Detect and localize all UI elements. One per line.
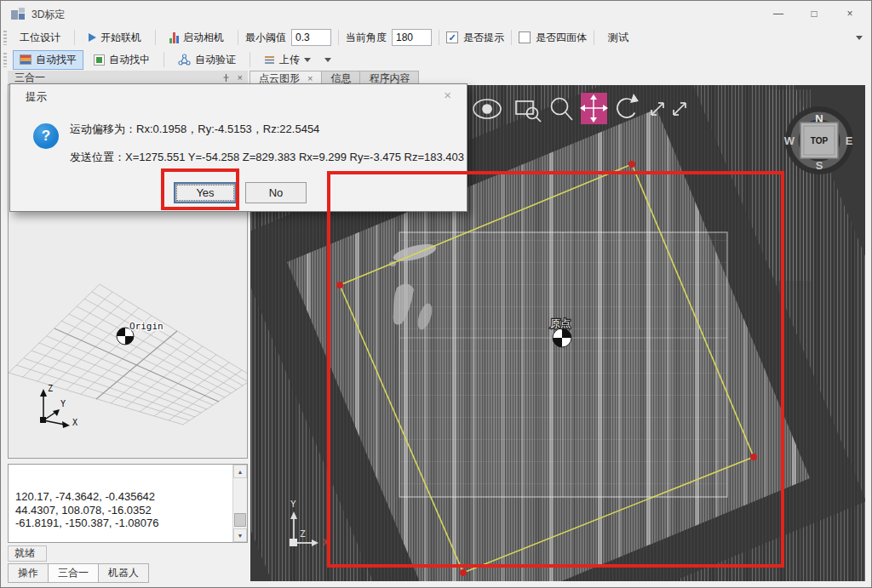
tetrahedron-checkbox[interactable]	[519, 31, 531, 43]
toolbar-overflow-icon[interactable]	[856, 36, 863, 40]
minimize-button[interactable]: —	[760, 1, 796, 26]
window-controls: — □ ×	[760, 1, 868, 26]
tab-robot[interactable]: 机器人	[99, 563, 149, 583]
pan-icon[interactable]	[580, 93, 608, 124]
separator	[594, 30, 594, 45]
window-title: 3D标定	[32, 8, 65, 22]
auto-level-label: 自动找平	[36, 53, 77, 67]
x-arrowhead	[62, 421, 70, 428]
vertex-point[interactable]	[460, 569, 467, 576]
grid-axis-line	[54, 328, 219, 402]
toolbar-grip[interactable]	[3, 31, 7, 45]
separator	[155, 30, 156, 45]
vp-y-axis-label: Y	[290, 499, 296, 510]
panel-close-icon[interactable]: ×	[238, 73, 243, 83]
compass-south-label[interactable]: S	[816, 159, 823, 172]
left-panel-title: 三合一	[14, 71, 45, 85]
no-button[interactable]: No	[245, 182, 307, 203]
start-camera-button[interactable]: 启动相机	[163, 28, 231, 48]
separator	[238, 30, 238, 45]
app-window: 3D标定 — □ × 工位设计 开始联机 启动相机 最小阈值 当前角度 ✓	[0, 0, 872, 588]
x-axis-label: X	[72, 418, 77, 427]
separator	[250, 52, 250, 67]
scroll-up-icon[interactable]: ▲	[233, 465, 247, 478]
toolbar-auto: 自动找平 自动找中 自动验证 上传	[1, 49, 871, 71]
dialog-close-icon[interactable]: ×	[444, 88, 451, 101]
auto-center-label: 自动找中	[109, 53, 150, 67]
dialog-offset-line: 运动偏移为：Rx:0.1958，Ry:-4.5153，Rz:22.5454	[70, 122, 319, 137]
current-angle-label: 当前角度	[346, 31, 387, 45]
prompt-checkbox-label: 是否提示	[463, 31, 504, 45]
test-label: 测试	[608, 31, 628, 45]
dialog-title: 提示	[26, 90, 47, 105]
axis-origin-cube	[40, 417, 46, 423]
output-log-box[interactable]: 120.17, -74.3642, -0.435642 44.4307, 108…	[8, 464, 248, 543]
check-icon: ✓	[448, 33, 456, 43]
station-design-button[interactable]: 工位设计	[13, 28, 67, 48]
scrollbar-thumb[interactable]	[234, 513, 246, 527]
dialog-position-line: 发送位置：X=1275.551 Y=-54.258 Z=829.383 Rx=9…	[70, 150, 464, 165]
vp-z-axis-label: Z	[300, 528, 306, 539]
separator	[164, 52, 164, 67]
auto-level-button[interactable]: 自动找平	[13, 50, 83, 70]
toolbar-dropdown-icon[interactable]	[324, 58, 331, 62]
start-online-label: 开始联机	[100, 31, 141, 45]
maximize-button[interactable]: □	[796, 1, 832, 26]
bar-chart-icon	[169, 32, 179, 43]
auto-verify-button[interactable]: 自动验证	[171, 50, 243, 70]
output-lines: 120.17, -74.3642, -0.435642 44.4307, 108…	[15, 490, 158, 530]
y-axis-label: Y	[60, 399, 66, 408]
dropdown-arrow-icon	[304, 58, 311, 62]
auto-center-button[interactable]: 自动找中	[87, 50, 157, 70]
compass-west-label[interactable]: W	[784, 134, 795, 147]
left-panel-header: 三合一 ×	[8, 71, 248, 84]
separator	[338, 30, 339, 45]
triangle-network-icon	[178, 54, 191, 66]
level-layers-icon	[20, 54, 32, 65]
scrollbar[interactable]: ▲ ▼	[232, 465, 247, 542]
question-glyph: ?	[42, 128, 50, 145]
tetrahedron-checkbox-group: 是否四面体	[519, 31, 587, 45]
tab-close-icon[interactable]: ×	[307, 74, 313, 83]
prompt-checkbox-group: ✓ 是否提示	[446, 31, 504, 45]
toolbar-grip[interactable]	[3, 53, 7, 67]
station-design-label: 工位设计	[20, 31, 60, 45]
compass-east-label[interactable]: E	[846, 134, 853, 147]
status-label: 就绪	[8, 545, 47, 562]
question-icon: ?	[33, 123, 59, 149]
play-icon	[89, 33, 96, 42]
ground-grid	[9, 284, 247, 425]
pin-icon[interactable]	[221, 73, 231, 83]
close-button[interactable]: ×	[832, 1, 868, 26]
toolbar-main: 工位设计 开始联机 启动相机 最小阈值 当前角度 ✓ 是否提示 是否四面体 测试	[1, 26, 871, 49]
center-square-icon	[94, 54, 105, 66]
titlebar: 3D标定 — □ ×	[1, 1, 871, 26]
test-button[interactable]: 测试	[601, 28, 635, 48]
current-angle-input[interactable]	[392, 29, 432, 46]
tab-three-in-one[interactable]: 三合一	[49, 563, 99, 583]
output-line: 120.17, -74.3642, -0.435642	[15, 490, 158, 504]
start-online-button[interactable]: 开始联机	[82, 28, 148, 48]
auto-verify-label: 自动验证	[195, 53, 236, 67]
compass-top-button[interactable]: TOP	[800, 123, 838, 158]
separator	[439, 30, 439, 45]
origin-label: Origin	[129, 321, 164, 332]
z-arrowhead	[40, 389, 47, 397]
scroll-down-icon[interactable]: ▼	[233, 528, 247, 542]
start-camera-label: 启动相机	[183, 31, 224, 45]
annotation-rectangle-yes	[161, 168, 239, 210]
list-icon	[264, 55, 275, 65]
min-threshold-label: 最小阈值	[245, 31, 286, 45]
output-line: -61.8191, -150.387, -1.08076	[15, 517, 158, 530]
separator	[74, 30, 75, 45]
separator	[511, 30, 512, 45]
output-line: 44.4307, 108.078, -16.0352	[15, 504, 158, 517]
tab-operation[interactable]: 操作	[8, 563, 49, 583]
vertex-point[interactable]	[628, 161, 635, 168]
tetrahedron-checkbox-label: 是否四面体	[536, 31, 587, 45]
prompt-checkbox[interactable]: ✓	[446, 31, 458, 43]
bottom-tabs: 操作 三合一 机器人	[8, 563, 149, 583]
min-threshold-input[interactable]	[291, 29, 331, 46]
z-axis-label: Z	[48, 384, 53, 393]
upload-button[interactable]: 上传	[257, 50, 318, 70]
